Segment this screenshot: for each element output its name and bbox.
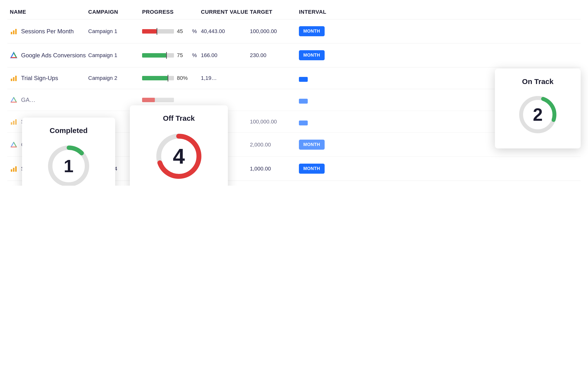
analytics-icon <box>10 118 18 126</box>
interval-cell: MONTH <box>299 140 333 150</box>
progress-tick <box>157 165 157 172</box>
row-name: GA… <box>21 97 36 103</box>
progress-fill <box>142 120 161 124</box>
campaign-cell: Campaign 4 <box>88 166 142 172</box>
row-name: Google Ads Conversions <box>21 52 86 59</box>
name-cell: Sign… <box>10 118 88 126</box>
target-cell: 100,000.00 <box>250 119 299 125</box>
row-name: Trial Sign-Ups <box>21 75 58 82</box>
interval-cell: MONTH <box>299 26 333 36</box>
progress-tick <box>166 52 167 59</box>
google-ads-icon <box>10 96 18 104</box>
interval-cell <box>299 74 333 82</box>
col-header-interval: INTERVAL <box>299 9 333 15</box>
table-row: Trial Sign-Ups Campaign 2 80% 1,19… <box>7 67 581 89</box>
google-ads-icon <box>10 51 18 59</box>
col-header-current: CURRENT VALUE <box>201 9 250 15</box>
svg-rect-0 <box>11 32 12 34</box>
campaign-cell: Campaign 1 <box>88 28 142 35</box>
table-row: Goo… 2,000.00 MONTH <box>7 133 581 157</box>
campaign-cell: Campaign 2 <box>88 75 142 81</box>
main-table-container: NAME CAMPAIGN PROGRESS CURRENT VALUE TAR… <box>0 0 588 186</box>
name-cell: Sign-Ups <box>10 165 88 173</box>
progress-bar <box>142 167 174 171</box>
progress-fill <box>142 76 168 80</box>
analytics-icon <box>10 74 18 82</box>
progress-pct: 75 <box>177 52 189 59</box>
progress-fill <box>142 53 166 58</box>
name-cell: Trial Sign-Ups <box>10 74 88 82</box>
target-cell: 1,000.00 <box>250 166 299 172</box>
progress-bar <box>142 29 174 34</box>
svg-rect-1 <box>13 30 14 34</box>
interval-button[interactable] <box>299 121 308 125</box>
progress-pct: 45 <box>177 166 189 172</box>
svg-rect-5 <box>11 79 12 81</box>
target-cell: 2,000.00 <box>250 142 299 148</box>
progress-pct: 80% <box>177 75 189 81</box>
row-name: Sign-Ups <box>21 165 45 172</box>
progress-cell <box>142 120 201 124</box>
interval-cell: MONTH <box>299 164 333 174</box>
progress-fill <box>142 167 157 171</box>
table-row: Sign… 100,000.00 <box>7 111 581 133</box>
progress-bar <box>142 76 174 80</box>
col-header-progress: PROGRESS <box>142 9 201 15</box>
svg-rect-7 <box>15 76 17 81</box>
progress-bar <box>142 120 174 124</box>
svg-rect-13 <box>15 166 17 172</box>
target-cell: 100,000.00 <box>250 28 299 35</box>
interval-button[interactable] <box>299 77 308 82</box>
current-value-cell: 1,19… <box>201 75 250 81</box>
progress-fill <box>142 98 155 102</box>
svg-rect-8 <box>11 122 12 125</box>
name-cell: Sessions Per Month <box>10 27 88 35</box>
progress-cell: 45% <box>142 28 201 35</box>
row-name: Goo… <box>21 141 38 148</box>
interval-button[interactable]: MONTH <box>299 140 325 150</box>
target-cell: 230.00 <box>250 52 299 59</box>
table-row: Google Ads Conversions Campaign 1 75% 16… <box>7 43 581 67</box>
col-header-name: NAME <box>10 9 88 15</box>
interval-cell: MONTH <box>299 50 333 60</box>
interval-cell <box>299 118 333 125</box>
svg-rect-12 <box>13 168 14 172</box>
progress-cell <box>142 143 201 147</box>
svg-rect-11 <box>11 169 12 172</box>
col-header-target: TARGET <box>250 9 299 15</box>
name-cell: Google Ads Conversions <box>10 51 88 59</box>
progress-bar <box>142 53 174 58</box>
interval-cell <box>299 96 333 104</box>
progress-cell: 45% <box>142 166 201 172</box>
progress-fill <box>142 29 157 34</box>
progress-tick <box>157 28 157 35</box>
svg-rect-9 <box>13 121 14 125</box>
row-name: Sign… <box>21 118 39 125</box>
analytics-icon <box>10 27 18 35</box>
table-row: Sessions Per Month Campaign 1 45% 40,443… <box>7 19 581 43</box>
current-value-cell: 40,443.00 <box>201 166 250 172</box>
progress-bar <box>142 98 174 102</box>
campaign-cell: Campaign 1 <box>88 52 142 59</box>
table-row: Sign-Ups Campaign 4 45% 40,443.00 1,000.… <box>7 157 581 181</box>
interval-button[interactable]: MONTH <box>299 164 325 174</box>
progress-cell: 75% <box>142 52 201 59</box>
svg-rect-6 <box>13 77 14 81</box>
interval-button[interactable] <box>299 99 308 104</box>
progress-bar <box>142 143 174 147</box>
name-cell: GA… <box>10 96 88 104</box>
col-header-campaign: CAMPAIGN <box>88 9 142 15</box>
current-value-cell: 40,443.00 <box>201 28 250 35</box>
table-header: NAME CAMPAIGN PROGRESS CURRENT VALUE TAR… <box>7 5 581 19</box>
table-row: GA… <box>7 89 581 111</box>
current-value-cell: 166.00 <box>201 52 250 59</box>
interval-button[interactable]: MONTH <box>299 26 325 36</box>
progress-tick <box>168 75 168 82</box>
name-cell: Goo… <box>10 141 88 149</box>
svg-rect-10 <box>15 119 17 125</box>
interval-button[interactable]: MONTH <box>299 50 325 60</box>
row-name: Sessions Per Month <box>21 28 74 35</box>
analytics-icon <box>10 165 18 173</box>
svg-rect-2 <box>15 29 17 34</box>
progress-fill <box>142 143 152 147</box>
